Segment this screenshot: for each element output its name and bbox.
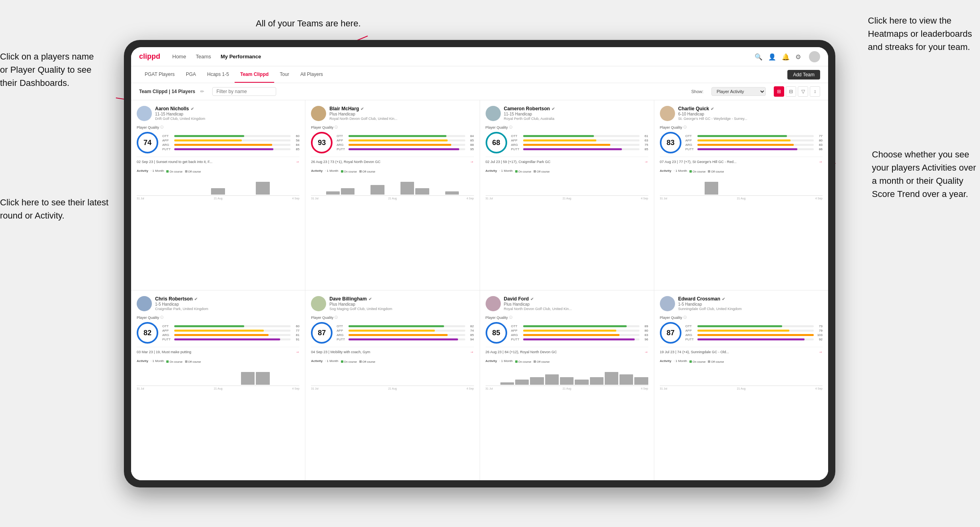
recent-round[interactable]: 04 Sep 23 | Mobility with coach, Gym → [311, 347, 474, 354]
avatar[interactable] [809, 51, 820, 62]
nav-teams[interactable]: Teams [196, 52, 211, 61]
player-header: Aaron Nicholls ✔ 11-15 Handicap Drift Go… [137, 106, 299, 121]
search-icon[interactable]: 🔍 [755, 53, 762, 60]
tablet-frame: clippd Home Teams My Performance 🔍 👤 🔔 ⚙… [124, 40, 835, 487]
player-card[interactable]: Edward Crossman ✔ 1-5 Handicap Sunningda… [654, 290, 828, 480]
edit-icon[interactable]: ✏ [200, 89, 204, 94]
activity-period: · 1 Month [499, 359, 512, 363]
add-team-button[interactable]: Add Team [787, 70, 820, 80]
filter-input[interactable] [212, 87, 276, 96]
bar-row: APP 80 [685, 139, 823, 142]
player-info: Cameron Robertson ✔ 11-15 Handicap Royal… [504, 106, 648, 121]
nav-home[interactable]: Home [172, 52, 186, 61]
player-name[interactable]: Chris Robertson ✔ [155, 296, 299, 302]
player-card[interactable]: Cameron Robertson ✔ 11-15 Handicap Royal… [480, 100, 654, 290]
quality-circle[interactable]: 68 [486, 132, 507, 153]
verified-icon: ✔ [361, 107, 364, 111]
bar-row: PUTT 86 [685, 147, 823, 151]
player-card[interactable]: Chris Robertson ✔ 1-5 Handicap Craigmill… [131, 290, 305, 480]
quality-circle[interactable]: 74 [137, 132, 158, 153]
activity-label: Activity [660, 359, 671, 363]
bar-row: OTT 89 [511, 324, 648, 328]
quality-circle[interactable]: 87 [311, 322, 333, 344]
player-card[interactable]: Charlie Quick ✔ 6-10 Handicap St. George… [654, 100, 828, 290]
tab-hcaps[interactable]: Hcaps 1-5 [201, 66, 235, 83]
filter-icon[interactable]: ▽ [798, 86, 808, 97]
player-name[interactable]: Edward Crossman ✔ [678, 296, 823, 302]
tab-team-clippd[interactable]: Team Clippd [235, 66, 274, 83]
activity-period: · 1 Month [325, 359, 338, 363]
recent-round[interactable]: 26 Aug 23 | 73 (+1), Royal North Devon G… [311, 157, 474, 164]
sort-icon[interactable]: ↕ [810, 86, 820, 97]
player-card[interactable]: Dave Billingham ✔ Plus Handicap Sog Magi… [305, 290, 479, 480]
tab-all-players[interactable]: All Players [295, 66, 329, 83]
quality-circle[interactable]: 83 [660, 132, 681, 153]
tab-tour[interactable]: Tour [274, 66, 295, 83]
quality-label: Player Quality ⓘ [486, 125, 648, 129]
player-handicap: 1-5 Handicap [155, 302, 299, 306]
quality-circle[interactable]: 93 [311, 132, 333, 153]
recent-arrow-icon: → [470, 159, 474, 164]
recent-round[interactable]: 02 Jul 23 | 59 (+17), Craigmillar Park G… [486, 157, 648, 164]
player-card[interactable]: Aaron Nicholls ✔ 11-15 Handicap Drift Go… [131, 100, 305, 290]
player-club: Craigmillar Park, United Kingdom [155, 307, 299, 311]
recent-round[interactable]: 07 Aug 23 | 77 (+7), St George's Hill GC… [660, 157, 823, 164]
activity-chart [660, 366, 823, 386]
legend-off-course [708, 170, 710, 173]
settings-icon[interactable]: ⚙ [795, 53, 803, 60]
player-name[interactable]: Aaron Nicholls ✔ [155, 106, 299, 111]
player-club: Royal North Devon Golf Club, United Kin.… [504, 307, 648, 311]
bar-row: OTT 60 [162, 324, 299, 328]
bar-row: APP 80 [511, 329, 648, 332]
player-name[interactable]: Blair McHarg ✔ [329, 106, 474, 111]
nav-myperformance[interactable]: My Performance [221, 52, 261, 61]
player-card[interactable]: Blair McHarg ✔ Plus Handicap Royal North… [305, 100, 479, 290]
show-select[interactable]: Player Activity Quality Score Trend [711, 87, 766, 96]
player-avatar [660, 106, 675, 121]
recent-round[interactable]: 03 Mar 23 | 19, Must make putting → [137, 347, 299, 354]
quality-circle[interactable]: 87 [660, 322, 681, 344]
activity-chart [311, 366, 474, 386]
player-name[interactable]: David Ford ✔ [504, 296, 648, 302]
player-name[interactable]: Dave Billingham ✔ [329, 296, 474, 302]
player-header: Chris Robertson ✔ 1-5 Handicap Craigmill… [137, 296, 299, 311]
quality-circle[interactable]: 82 [137, 322, 158, 344]
tab-pgat[interactable]: PGAT Players [139, 66, 180, 83]
bell-icon[interactable]: 🔔 [782, 53, 789, 60]
bar-row: ARG 103 [685, 333, 823, 337]
recent-round[interactable]: 26 Aug 23 | 84 (+12), Royal North Devon … [486, 347, 648, 354]
legend-on-course [515, 360, 518, 363]
activity-label: Activity [311, 169, 323, 173]
grid-view-icon[interactable]: ⊞ [774, 86, 784, 97]
bar-row: PUTT 92 [685, 338, 823, 341]
user-icon[interactable]: 👤 [768, 53, 775, 60]
player-handicap: Plus Handicap [329, 112, 474, 116]
recent-arrow-icon: → [644, 159, 648, 164]
player-name[interactable]: Cameron Robertson ✔ [504, 106, 648, 111]
nav-logo[interactable]: clippd [139, 52, 160, 61]
player-header: Cameron Robertson ✔ 11-15 Handicap Royal… [486, 106, 648, 121]
bar-row: OTT 73 [685, 324, 823, 328]
list-view-icon[interactable]: ⊟ [786, 86, 796, 97]
tab-pga[interactable]: PGA [180, 66, 201, 83]
activity-section: Activity · 1 Month On course Off course [137, 167, 299, 200]
quality-section: 85 OTT 89 APP 80 ARG 83 PUTT 96 [486, 322, 648, 344]
bar-row: APP 58 [162, 139, 299, 142]
bar-row: ARG 83 [685, 143, 823, 147]
recent-round[interactable]: 19 Jul 23 | 74 (+4), Sunningdale GC - Ol… [660, 347, 823, 354]
player-name[interactable]: Charlie Quick ✔ [678, 106, 823, 111]
player-handicap: 11-15 Handicap [504, 112, 648, 116]
chart-dates: 31 Jul21 Aug4 Sep [137, 387, 299, 390]
legend-on-course [689, 170, 692, 173]
activity-period: · 1 Month [325, 169, 338, 173]
recent-round[interactable]: 02 Sep 23 | Sunset round to get back int… [137, 157, 299, 164]
legend-off-course [185, 170, 187, 173]
player-grid: Aaron Nicholls ✔ 11-15 Handicap Drift Go… [131, 100, 828, 480]
bar-row: APP 63 [511, 139, 648, 142]
chart-dates: 31 Jul21 Aug4 Sep [486, 197, 648, 200]
quality-circle[interactable]: 85 [486, 322, 507, 344]
annotation-player-name: Click on a players nameor Player Quality… [0, 50, 94, 89]
player-handicap: 1-5 Handicap [678, 302, 823, 306]
player-card[interactable]: David Ford ✔ Plus Handicap Royal North D… [480, 290, 654, 480]
chart-dates: 31 Jul21 Aug4 Sep [311, 387, 474, 390]
